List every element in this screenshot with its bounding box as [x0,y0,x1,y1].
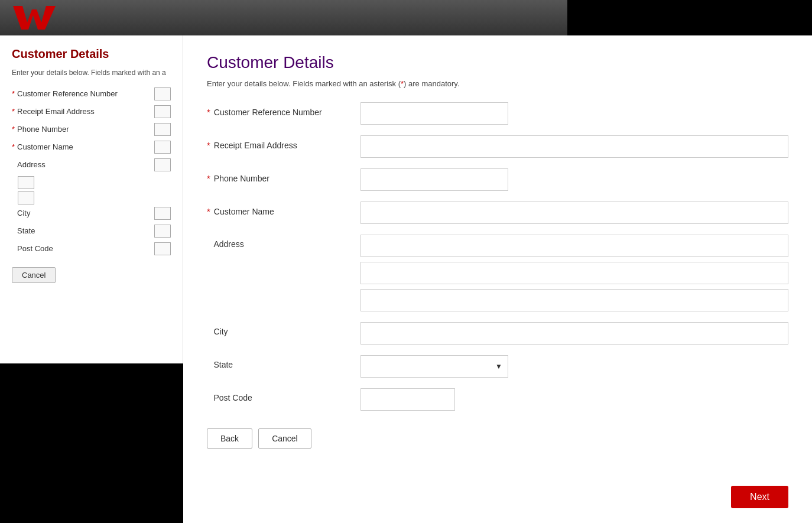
westpac-logo [12,5,59,31]
form-label-customer-name: * Customer Name [207,202,360,216]
sidebar-address-input-preview-3 [18,191,34,204]
form-row-email: * Receipt Email Address [207,135,788,158]
sidebar-city-input-preview [154,207,171,220]
sidebar-state-label: State [17,226,154,235]
form-row-address: * Address [207,235,788,311]
sidebar-state-input-preview [154,225,171,238]
sidebar-name-asterisk: * [12,142,15,151]
sidebar-field-state: * State [12,225,171,238]
sidebar-email-input-preview [154,105,171,118]
sidebar-name-label: Customer Name [17,142,154,151]
state-input-area: NSW VIC QLD WA SA TAS ACT NT [360,355,788,378]
sidebar-field-city: * City [12,207,171,220]
form-label-crn: * Customer Reference Number [207,102,360,117]
sidebar-crn-label: Customer Reference Number [17,89,154,98]
form-row-city: * City [207,322,788,345]
sidebar-postcode-input-preview [154,242,171,255]
sidebar-phone-input-preview [154,123,171,136]
sidebar-crn-asterisk: * [12,89,15,98]
main-title: Customer Details [207,53,788,72]
sidebar-name-input-preview [154,141,171,154]
sidebar-field-address: * Address [12,158,171,171]
form-label-address: * Address [207,235,360,249]
phone-input-area [360,168,788,191]
form-row-state: * State NSW VIC QLD WA SA TAS ACT NT [207,355,788,378]
form-label-email: * Receipt Email Address [207,135,360,150]
address-line2-input[interactable] [360,262,788,284]
sidebar-description: Enter your details below. Fields marked … [12,68,171,78]
form-row-phone: * Phone Number [207,168,788,191]
main-description: Enter your details below. Fields marked … [207,79,788,88]
postcode-input-area [360,388,788,411]
sidebar-address-label: Address [17,160,154,169]
form-label-state: * State [207,355,360,369]
sidebar-address-input-preview-1 [154,158,171,171]
city-input-area [360,322,788,345]
header-bar [0,0,567,35]
cancel-button[interactable]: Cancel [258,428,311,449]
state-select-wrapper: NSW VIC QLD WA SA TAS ACT NT [360,355,508,378]
customer-name-input-area [360,202,788,224]
sidebar-city-label: City [17,209,154,217]
crn-required-star: * [207,107,210,117]
form-label-postcode: * Post Code [207,388,360,402]
sidebar-crn-input-preview [154,87,171,100]
state-select[interactable]: NSW VIC QLD WA SA TAS ACT NT [360,355,508,378]
phone-required-star: * [207,173,210,183]
sidebar-phone-label: Phone Number [17,125,154,134]
sidebar-field-postcode: * Post Code [12,242,171,255]
sidebar-field-email: * Receipt Email Address [12,105,171,118]
email-required-star: * [207,140,210,150]
address-line1-input[interactable] [360,235,788,257]
form-label-phone: * Phone Number [207,168,360,183]
sidebar-cancel-button[interactable]: Cancel [12,267,56,283]
sidebar-phone-asterisk: * [12,125,15,134]
form-label-city: * City [207,322,360,336]
sidebar-address-input-preview-2 [18,176,34,189]
email-input[interactable] [360,135,788,158]
sidebar-field-crn: * Customer Reference Number [12,87,171,100]
email-input-area [360,135,788,158]
sidebar-postcode-label: Post Code [17,244,154,253]
crn-input[interactable] [360,102,508,125]
main-panel: Customer Details Enter your details belo… [183,35,812,523]
back-button[interactable]: Back [207,428,252,449]
address-input-area [360,235,788,311]
sidebar-field-phone: * Phone Number [12,123,171,136]
postcode-input[interactable] [360,388,455,411]
phone-input[interactable] [360,168,508,191]
form-row-customer-name: * Customer Name [207,202,788,224]
sidebar-field-name: * Customer Name [12,141,171,154]
bottom-left-bg [0,363,183,523]
customer-name-input[interactable] [360,202,788,224]
form-row-postcode: * Post Code [207,388,788,411]
name-required-star: * [207,206,210,216]
sidebar-email-label: Receipt Email Address [17,107,154,116]
next-button[interactable]: Next [731,486,788,508]
footer-buttons: Back Cancel [207,428,788,449]
sidebar-email-asterisk: * [12,107,15,116]
sidebar-title: Customer Details [12,47,171,61]
address-line3-input[interactable] [360,289,788,311]
form-row-crn: * Customer Reference Number [207,102,788,125]
city-input[interactable] [360,322,788,345]
crn-input-area [360,102,788,125]
header-right [567,0,812,35]
